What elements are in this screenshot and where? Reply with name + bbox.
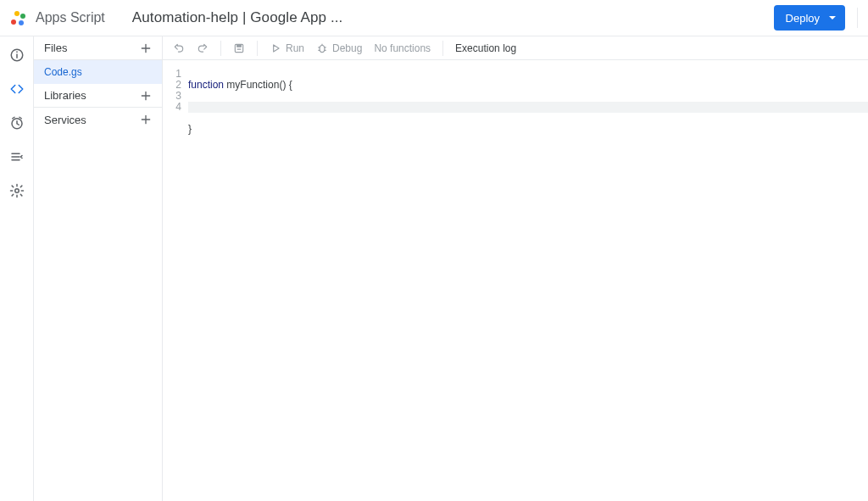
- product-name: Apps Script: [36, 10, 105, 25]
- list-icon: [9, 149, 25, 164]
- svg-rect-6: [16, 52, 18, 53]
- run-button[interactable]: Run: [266, 42, 308, 54]
- svg-point-10: [320, 45, 325, 52]
- editor-pane: Run Debug No functions Execution log 1 2…: [163, 36, 868, 501]
- files-label: Files: [44, 42, 67, 54]
- svg-point-8: [14, 189, 19, 193]
- libraries-header: Libraries: [34, 84, 162, 108]
- editor-toolbar: Run Debug No functions Execution log: [163, 36, 868, 60]
- svg-point-0: [11, 19, 16, 25]
- info-icon: [9, 47, 25, 63]
- add-service-button[interactable]: [138, 112, 153, 127]
- bug-icon: [316, 42, 328, 54]
- rail-overview[interactable]: [7, 45, 27, 65]
- save-button[interactable]: [230, 42, 248, 54]
- libraries-label: Libraries: [44, 89, 86, 102]
- files-header: Files: [34, 36, 162, 60]
- rail-editor[interactable]: [7, 79, 27, 99]
- plus-icon: [139, 113, 153, 126]
- project-title[interactable]: Automation-help | Google App ...: [132, 9, 343, 26]
- code-icon: [9, 81, 25, 97]
- toolbar-sep: [442, 41, 443, 56]
- toolbar-sep: [220, 41, 221, 56]
- deploy-label: Deploy: [786, 12, 820, 25]
- services-header: Services: [34, 108, 162, 131]
- redo-icon: [197, 42, 209, 54]
- execlog-label: Execution log: [455, 42, 516, 54]
- rail-triggers[interactable]: [7, 113, 27, 133]
- add-library-button[interactable]: [138, 88, 153, 103]
- rail-executions[interactable]: [7, 147, 27, 167]
- code-text: }: [188, 124, 868, 135]
- code-editor[interactable]: 1 2 3 4 function myFunction() { }: [163, 60, 868, 501]
- run-label: Run: [286, 42, 304, 54]
- undo-icon: [173, 42, 185, 54]
- files-sidebar: Files Code.gs Libraries Services: [34, 36, 163, 501]
- apps-script-logo: [7, 6, 31, 30]
- plus-icon: [139, 42, 153, 55]
- svg-rect-5: [16, 54, 18, 58]
- code-text: [188, 102, 868, 113]
- left-rail: [0, 36, 34, 501]
- code-text: myFunction() {: [224, 79, 292, 91]
- svg-point-2: [20, 14, 25, 19]
- clock-icon: [9, 115, 25, 131]
- gear-icon: [9, 183, 25, 198]
- undo-button[interactable]: [170, 42, 188, 54]
- line-gutter: 1 2 3 4: [163, 69, 188, 501]
- toolbar-sep: [257, 41, 258, 56]
- file-item-code-gs[interactable]: Code.gs: [34, 60, 162, 84]
- redo-button[interactable]: [193, 42, 212, 54]
- svg-point-1: [14, 11, 19, 16]
- keyword: function: [188, 79, 224, 91]
- plus-icon: [139, 89, 153, 103]
- deploy-button[interactable]: Deploy: [774, 5, 845, 31]
- save-icon: [233, 42, 245, 54]
- header-divider: [857, 8, 858, 28]
- svg-point-3: [19, 20, 24, 25]
- rail-settings[interactable]: [7, 181, 27, 201]
- execution-log-button[interactable]: Execution log: [452, 42, 520, 54]
- debug-label: Debug: [332, 42, 362, 54]
- play-icon: [270, 42, 281, 54]
- code-content[interactable]: function myFunction() { }: [188, 69, 868, 501]
- line-number: 4: [163, 102, 181, 113]
- chevron-down-icon: [828, 14, 837, 22]
- function-label: No functions: [374, 42, 431, 54]
- services-label: Services: [44, 114, 86, 126]
- add-file-button[interactable]: [138, 41, 153, 56]
- debug-button[interactable]: Debug: [313, 42, 365, 54]
- file-name: Code.gs: [44, 66, 82, 78]
- function-select[interactable]: No functions: [370, 42, 434, 54]
